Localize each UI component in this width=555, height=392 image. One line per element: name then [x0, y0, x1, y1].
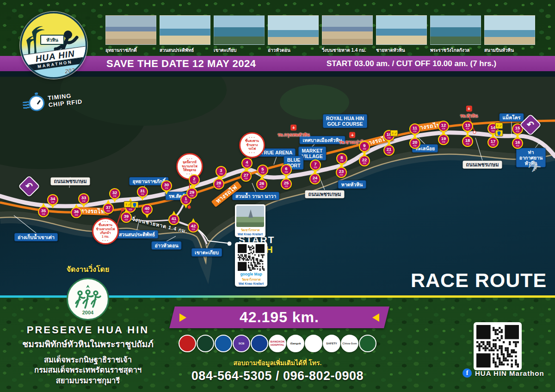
label-phetkasem-road: ถนนเพชรเกษม: [462, 161, 502, 169]
km-marker-36: 36KM: [71, 207, 82, 218]
thumbnail-photo: [430, 15, 481, 45]
distance-value: 42.195 km.: [172, 306, 387, 328]
label-royal-golf-course: ROYAL HUA HIN GOLF COURSE: [323, 114, 367, 128]
phone-numbers: 084-564-5305 / 096-802-0908: [176, 369, 379, 383]
thumbnail-caption: วิ่งบนชายหาด 1.4 กม.: [322, 47, 373, 54]
red-cross-icon: +: [349, 132, 355, 138]
photo-thumbnail-7: พระราชวังไกลกังวล: [430, 15, 481, 54]
km-marker-9: 9KM: [359, 141, 370, 152]
race-route-title: RACE ROUTE: [411, 269, 547, 292]
photo-thumbnail-8: สนามบินหัวหิน: [484, 15, 535, 54]
label-huahin-beach: หาดหัวหิน: [338, 180, 366, 189]
logo-huahin-sign: หัวหิน: [40, 35, 64, 45]
thumbnail-caption: ชายหาดหัวหิน: [376, 47, 427, 54]
thumbnail-caption: สวนสนประดิพัทธ์: [160, 47, 210, 54]
label-khao-takiab: เขาตะเกียบ: [191, 248, 222, 257]
marker-tail: [413, 135, 417, 138]
google-map-label: google Map: [236, 272, 266, 276]
red-cross-icon: +: [466, 106, 472, 112]
marker-tail: [491, 134, 495, 137]
km-marker-24: 24KM: [309, 173, 321, 184]
km-marker-26: 26KM: [256, 179, 267, 190]
km-marker-30: 30KM: [161, 180, 172, 191]
huahin-marathon-logo: หัวหิน HUA HIN MARATHON 2024: [20, 12, 87, 79]
km-marker-13: 13KM: [462, 121, 473, 132]
marker-tail: [124, 208, 128, 212]
hospital-marker: +รพ.หัวหิน: [460, 106, 478, 119]
photo-thumbnail-3: เขาตะเกียบ: [214, 15, 265, 54]
marker-tail: [190, 184, 194, 188]
event-qr-code-panel: [474, 322, 522, 370]
marker-tail: [387, 141, 391, 145]
km-marker-29: 29KM: [186, 188, 197, 199]
marker-tail: [339, 164, 343, 167]
marker-tail: [184, 205, 188, 208]
marker-tail: [141, 197, 144, 201]
sponsor-green-leaf: [359, 335, 376, 352]
km-marker-23: 23KM: [336, 167, 347, 178]
marker-tail: [217, 175, 221, 179]
km-marker-42: 42KM: [188, 221, 199, 233]
km-marker-35: 35KM: [38, 206, 49, 217]
qr-code: [476, 325, 519, 368]
km-marker-25: 25KM: [281, 178, 292, 190]
landmark-photo-strip: อุทยานราชภักดิ์สวนสนประดิพัทธ์เขาตะเกียบ…: [105, 15, 535, 54]
u-turn-arrow-icon: ↶: [22, 179, 36, 193]
sponsor-safety: SAFETY: [323, 335, 340, 352]
club-founded-year: 2004: [68, 310, 108, 315]
km-marker-37: 37KM: [103, 203, 114, 214]
marker-tail: [442, 131, 445, 135]
wat-name-thai: วัดเขาไกรลาศ: [236, 277, 266, 282]
preserve-huahin-club-logo: 2004: [67, 278, 109, 320]
km-marker-2: 2KM: [189, 174, 200, 185]
facebook-page-link: f HUA HIN Marathon: [462, 368, 544, 378]
wat-khao-krailart-card: วัดเขาไกรลาศ Wat Knao Krailart: [235, 204, 265, 237]
photo-thumbnail-1: อุทยานราชภักดิ์: [105, 15, 156, 54]
marker-tail: [244, 167, 248, 171]
km-marker-28: 28KM: [213, 178, 224, 190]
marker-tail: [172, 211, 176, 214]
sponsor-logo-row: SCBBANGKOK HOSPITALiSangokSAFETYChiva-So…: [179, 335, 376, 352]
save-date-text: SAVE THE DATE 12 MAY 2024: [106, 58, 256, 70]
royal-patronage-text: สมเด็จพระกนิษฐาธิราชเจ้า กรมสมเด็จพระเทพ…: [14, 355, 162, 386]
marker-tail: [106, 200, 110, 203]
sponsor-bangkok-hospital: BANGKOK HOSPITAL: [269, 335, 286, 352]
photo-thumbnail-6: ชายหาดหัวหิน: [376, 15, 427, 54]
airplane-icon: ✈: [527, 157, 543, 178]
thumbnail-caption: สนามบินหัวหิน: [484, 47, 535, 54]
marker-tail: [363, 152, 366, 156]
sponsor-provincial-seal: [197, 335, 214, 352]
photo-thumbnail-4: อ่าวหัวดอน: [268, 15, 319, 54]
organizer-block: จัดงานวิ่งโดย 2004 PRESERVE HUA HIN ชมรม…: [14, 263, 162, 386]
sponsor-scb-bank: SCB: [233, 335, 250, 352]
thumbnail-photo: [376, 15, 427, 45]
label-phetkasem-road: ถนนเพชรเกษม: [50, 178, 90, 185]
thumbnail-caption: อ่าวหัวดอน: [268, 47, 319, 54]
sponsor-huahin-hospital: [305, 335, 322, 352]
club-name-english: PRESERVE HUA HIN: [14, 324, 162, 336]
label-khao-tao-reservoir: อ่างเก็บน้ำเขาเต่า: [14, 233, 58, 241]
marathon-route-poster: หัวหิน HUA HIN MARATHON 2024 อุทยานราชภั…: [0, 0, 555, 392]
thumbnail-photo: [160, 15, 210, 45]
label-phetkasem-road: ถนนเพชรเกษม: [305, 190, 344, 198]
sponsor-royal-crest: [179, 335, 196, 352]
marker-tail: [191, 218, 195, 222]
label-vana-nava: สวนน้ำ วานา นาวา: [232, 192, 279, 200]
hospital-marker: +รพ.กรุงเทพหัวหิน: [278, 125, 310, 138]
km-marker-8: 8KM: [336, 153, 347, 164]
km-marker-22: 22KM: [359, 155, 370, 166]
sponsor-chiva-som: Chiva-Som: [341, 335, 358, 352]
photo-thumbnail-2: สวนสนประดิพัทธ์: [160, 15, 210, 54]
km-marker-18: 18KM: [462, 136, 473, 147]
km-marker-20: 20KM: [409, 138, 420, 149]
km-marker-32: 32KM: [109, 188, 120, 199]
marker-tail: [260, 176, 264, 179]
km-marker-6: 6KM: [281, 164, 292, 175]
marker-tail: [466, 133, 469, 136]
wat-name-english: Wat Knao Krailart: [236, 282, 266, 285]
thumbnail-photo: [322, 15, 373, 45]
club-name-thai: ชมรมพิทักษ์หัวหินในพระราชูปถัมภ์: [14, 337, 162, 351]
km-marker-34: 34KM: [47, 194, 58, 205]
label-suan-son-pradipat: สวนสนประดิพัทธ์: [116, 230, 158, 239]
km-marker-12: 12KM: [438, 121, 449, 132]
